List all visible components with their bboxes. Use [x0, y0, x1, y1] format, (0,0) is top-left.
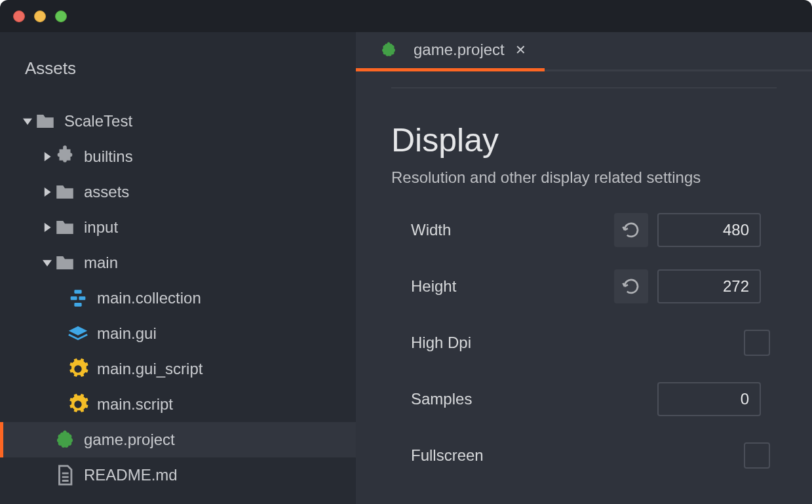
chevron-down-icon[interactable] — [41, 258, 54, 267]
tree-item-label: README.md — [84, 466, 178, 484]
puzzle-icon — [54, 145, 76, 168]
svg-rect-1 — [71, 296, 77, 300]
tree-item-label: game.project — [84, 431, 175, 449]
chevron-right-icon[interactable] — [41, 152, 54, 161]
undo-icon — [621, 220, 641, 240]
tree-item-label: ScaleTest — [64, 112, 132, 130]
gui-icon — [67, 322, 89, 345]
svg-rect-0 — [74, 290, 81, 294]
document-icon — [54, 464, 76, 486]
svg-rect-2 — [79, 296, 85, 300]
tree-item-label: input — [84, 218, 118, 237]
tree-item-label: main.collection — [97, 289, 201, 307]
folder-icon — [54, 181, 76, 203]
tree-item-label: builtins — [84, 147, 133, 166]
tab-game-project[interactable]: game.project ✕ — [376, 30, 541, 69]
tree-item-label: main.gui — [97, 324, 157, 343]
project-icon — [54, 429, 76, 451]
field-fullscreen: Fullscreen — [391, 438, 777, 473]
height-input[interactable] — [657, 269, 761, 303]
chevron-right-icon[interactable] — [41, 187, 54, 197]
tree-item-label: main.gui_script — [97, 360, 203, 378]
field-label: High Dpi — [411, 334, 614, 352]
field-samples: Samples — [391, 382, 777, 416]
window-close-button[interactable] — [13, 10, 25, 22]
close-icon[interactable]: ✕ — [512, 39, 529, 60]
tree-item-main-gui-script[interactable]: main.gui_script — [0, 351, 356, 387]
samples-input[interactable] — [657, 382, 761, 416]
cog-icon — [67, 358, 89, 380]
tab-bar: game.project ✕ — [356, 32, 812, 71]
tab-label: game.project — [414, 41, 505, 59]
folder-icon — [54, 252, 76, 274]
tree-item-builtins[interactable]: builtins — [0, 139, 356, 174]
tree-item-input[interactable]: input — [0, 210, 356, 245]
asset-tree: ScaleTest builtins assets input — [0, 104, 356, 493]
tree-item-main-collection[interactable]: main.collection — [0, 281, 356, 316]
chevron-right-icon[interactable] — [41, 223, 54, 232]
field-width: Width — [391, 213, 777, 247]
tree-item-assets[interactable]: assets — [0, 174, 356, 210]
window-zoom-button[interactable] — [55, 10, 67, 22]
section-subtitle: Resolution and other display related set… — [391, 168, 777, 187]
tree-item-main-script[interactable]: main.script — [0, 387, 356, 422]
section-divider — [391, 87, 777, 88]
tree-item-scaletest[interactable]: ScaleTest — [0, 104, 356, 139]
high-dpi-checkbox[interactable] — [744, 330, 770, 356]
tree-item-main[interactable]: main — [0, 245, 356, 281]
collection-icon — [67, 287, 89, 309]
tree-item-label: main — [84, 254, 118, 272]
window-minimize-button[interactable] — [34, 10, 46, 22]
width-input[interactable] — [657, 213, 761, 247]
window-titlebar — [0, 0, 812, 32]
tree-item-main-gui[interactable]: main.gui — [0, 316, 356, 351]
tab-active-indicator — [356, 68, 545, 71]
field-label: Fullscreen — [411, 446, 614, 465]
assets-panel: Assets ScaleTest builtins assets — [0, 32, 356, 504]
tree-item-readme[interactable]: README.md — [0, 457, 356, 493]
folder-icon — [54, 216, 76, 239]
field-high-dpi: High Dpi — [391, 326, 777, 360]
editor-panel: game.project ✕ Display Resolution and ot… — [356, 32, 812, 504]
svg-rect-3 — [74, 303, 81, 307]
tree-item-label: assets — [84, 183, 129, 201]
folder-icon — [34, 110, 56, 132]
undo-icon — [621, 277, 641, 296]
section-title: Display — [391, 121, 777, 159]
tree-item-label: main.script — [97, 395, 173, 414]
cog-icon — [67, 393, 89, 416]
field-label: Height — [411, 277, 614, 296]
field-label: Width — [411, 221, 614, 239]
field-label: Samples — [411, 390, 614, 408]
reset-button[interactable] — [614, 213, 648, 247]
tree-item-game-project[interactable]: game.project — [0, 422, 356, 457]
field-height: Height — [391, 269, 777, 303]
chevron-down-icon[interactable] — [21, 117, 34, 126]
reset-button[interactable] — [614, 269, 648, 303]
project-icon — [379, 41, 398, 59]
assets-panel-title: Assets — [0, 32, 356, 104]
fullscreen-checkbox[interactable] — [744, 442, 770, 469]
